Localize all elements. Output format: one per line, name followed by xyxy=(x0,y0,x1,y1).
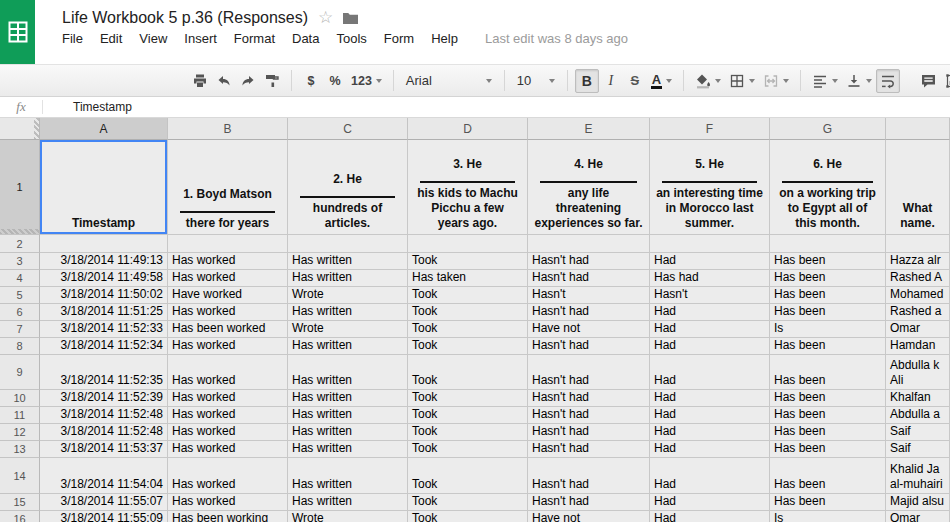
cell-h6[interactable]: Rashed a xyxy=(886,304,950,321)
cell-a14[interactable]: 3/18/2014 11:54:04 xyxy=(40,458,168,494)
row-header-8[interactable]: 8 xyxy=(0,338,40,355)
cell-b10[interactable]: Has worked xyxy=(168,390,288,407)
text-color-button[interactable]: A xyxy=(647,69,676,93)
star-icon[interactable]: ☆ xyxy=(318,7,333,28)
cell-f11[interactable]: Had xyxy=(650,407,770,424)
cell-a2[interactable] xyxy=(40,235,168,253)
cell-c4[interactable]: Has written xyxy=(288,270,408,287)
cell-d6[interactable]: Took xyxy=(408,304,528,321)
strikethrough-button[interactable]: S xyxy=(623,69,647,93)
cell-h16[interactable]: Omar xyxy=(886,511,950,522)
row-header-1[interactable]: 1 xyxy=(0,140,40,235)
cell-e13[interactable]: Hasn't had xyxy=(528,441,650,458)
cell-b15[interactable]: Has worked xyxy=(168,494,288,511)
cell-g8[interactable]: Has been xyxy=(770,338,886,355)
cell-f14[interactable]: Had xyxy=(650,458,770,494)
cell-g11[interactable]: Has been xyxy=(770,407,886,424)
cell-c5[interactable]: Wrote xyxy=(288,287,408,304)
cell-e11[interactable]: Hasn't had xyxy=(528,407,650,424)
cell-h13[interactable]: Saif xyxy=(886,441,950,458)
cell-d12[interactable]: Took xyxy=(408,424,528,441)
cell-e8[interactable]: Hasn't had xyxy=(528,338,650,355)
cell-g14[interactable]: Has been xyxy=(770,458,886,494)
cell-b3[interactable]: Has worked xyxy=(168,253,288,270)
cell-h8[interactable]: Hamdan xyxy=(886,338,950,355)
menu-help[interactable]: Help xyxy=(431,31,458,46)
cell-e4[interactable]: Hasn't had xyxy=(528,270,650,287)
row-header-9[interactable]: 9 xyxy=(0,355,40,390)
cell-c3[interactable]: Has written xyxy=(288,253,408,270)
cell-g10[interactable]: Has been xyxy=(770,390,886,407)
cell-e15[interactable]: Hasn't had xyxy=(528,494,650,511)
cell-a9[interactable]: 3/18/2014 11:52:35 xyxy=(40,355,168,390)
cell-d8[interactable]: Took xyxy=(408,338,528,355)
cell-e12[interactable]: Hasn't had xyxy=(528,424,650,441)
cell-g12[interactable]: Has been xyxy=(770,424,886,441)
cell-d14[interactable]: Took xyxy=(408,458,528,494)
row-header-7[interactable]: 7 xyxy=(0,321,40,338)
cell-a4[interactable]: 3/18/2014 11:49:58 xyxy=(40,270,168,287)
menu-edit[interactable]: Edit xyxy=(100,31,122,46)
paint-format-button[interactable] xyxy=(260,69,284,93)
cell-g1[interactable]: 6. Heon a working trip to Egypt all of t… xyxy=(770,140,886,235)
cell-c6[interactable]: Has written xyxy=(288,304,408,321)
cell-a3[interactable]: 3/18/2014 11:49:13 xyxy=(40,253,168,270)
menu-insert[interactable]: Insert xyxy=(184,31,217,46)
menu-view[interactable]: View xyxy=(139,31,167,46)
cell-h9[interactable]: Abdulla k Ali xyxy=(886,355,950,390)
cell-h4[interactable]: Rashed A xyxy=(886,270,950,287)
cell-d1[interactable]: 3. Hehis kids to Machu Picchu a few year… xyxy=(408,140,528,235)
row-header-15[interactable]: 15 xyxy=(0,494,40,511)
column-header-a[interactable]: A xyxy=(40,118,168,140)
cell-e10[interactable]: Hasn't had xyxy=(528,390,650,407)
cell-f12[interactable]: Had xyxy=(650,424,770,441)
cell-b6[interactable]: Has worked xyxy=(168,304,288,321)
cell-f6[interactable]: Had xyxy=(650,304,770,321)
cell-h3[interactable]: Hazza alr xyxy=(886,253,950,270)
menu-form[interactable]: Form xyxy=(384,31,414,46)
cell-e7[interactable]: Have not xyxy=(528,321,650,338)
row-header-13[interactable]: 13 xyxy=(0,441,40,458)
wrap-text-button[interactable] xyxy=(876,69,900,93)
row-header-2[interactable]: 2 xyxy=(0,235,40,253)
cell-h5[interactable]: Mohamed xyxy=(886,287,950,304)
cell-e16[interactable]: Have not xyxy=(528,511,650,522)
cell-c8[interactable]: Has written xyxy=(288,338,408,355)
cell-b7[interactable]: Has been worked xyxy=(168,321,288,338)
cell-c2[interactable] xyxy=(288,235,408,253)
cell-h11[interactable]: Abdulla a xyxy=(886,407,950,424)
cell-d15[interactable]: Took xyxy=(408,494,528,511)
cell-a1[interactable]: Timestamp xyxy=(40,140,168,235)
column-header-c[interactable]: C xyxy=(288,118,408,140)
cell-a13[interactable]: 3/18/2014 11:53:37 xyxy=(40,441,168,458)
italic-button[interactable]: I xyxy=(599,69,623,93)
row-header-3[interactable]: 3 xyxy=(0,253,40,270)
cell-e9[interactable]: Hasn't had xyxy=(528,355,650,390)
cell-c12[interactable]: Has written xyxy=(288,424,408,441)
undo-button[interactable] xyxy=(212,69,236,93)
cell-d5[interactable]: Took xyxy=(408,287,528,304)
row-header-11[interactable]: 11 xyxy=(0,407,40,424)
cell-b9[interactable]: Has worked xyxy=(168,355,288,390)
cell-f10[interactable]: Had xyxy=(650,390,770,407)
cell-b1[interactable]: 1. Boyd Matsonthere for years xyxy=(168,140,288,235)
cell-d11[interactable]: Took xyxy=(408,407,528,424)
cell-b12[interactable]: Has worked xyxy=(168,424,288,441)
cell-h14[interactable]: Khalid Ja al-muhairi xyxy=(886,458,950,494)
cell-d2[interactable] xyxy=(408,235,528,253)
cell-a15[interactable]: 3/18/2014 11:55:07 xyxy=(40,494,168,511)
document-title[interactable]: Life Workbook 5 p.36 (Responses) xyxy=(62,9,308,27)
cell-g5[interactable]: Has been xyxy=(770,287,886,304)
bold-button[interactable]: B xyxy=(575,69,599,93)
cell-f2[interactable] xyxy=(650,235,770,253)
cell-d16[interactable]: Took xyxy=(408,511,528,522)
cell-h12[interactable]: Saif xyxy=(886,424,950,441)
cell-h15[interactable]: Majid alsu xyxy=(886,494,950,511)
insert-chart-button[interactable] xyxy=(941,69,950,93)
font-size-select[interactable]: 10 xyxy=(512,69,560,93)
sheets-logo-icon[interactable] xyxy=(0,0,35,64)
cell-b14[interactable]: Has worked xyxy=(168,458,288,494)
menu-format[interactable]: Format xyxy=(234,31,275,46)
column-header-e[interactable]: E xyxy=(528,118,650,140)
horizontal-align-button[interactable] xyxy=(808,69,842,93)
